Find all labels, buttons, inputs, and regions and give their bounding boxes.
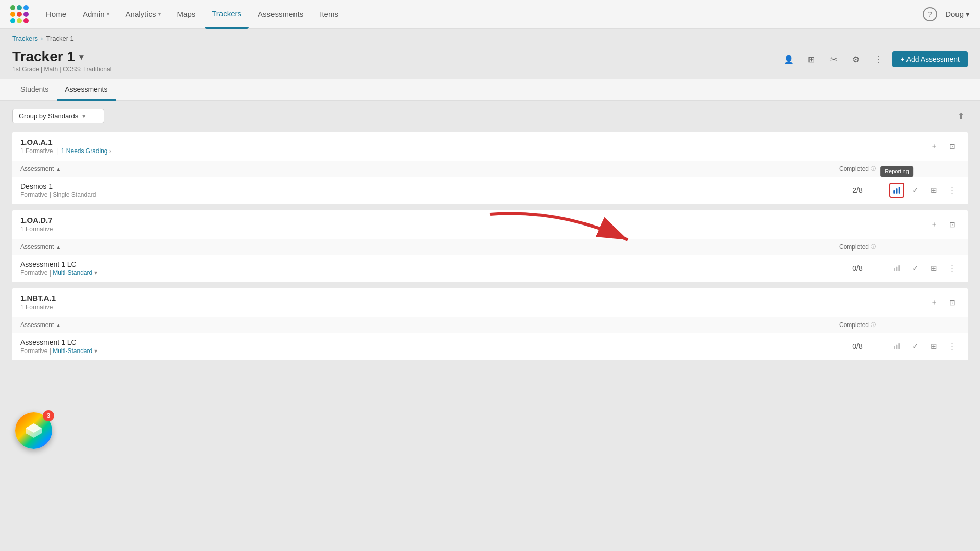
assessment-row: Assessment 1 LC Formative | Multi-Standa… — [12, 255, 968, 282]
table-header: Assessment ▲ Completed ⓘ — [12, 317, 968, 333]
standard-count: 1 Formative | 1 Needs Grading › — [20, 147, 111, 155]
checkmark-button[interactable]: ✓ — [908, 183, 923, 198]
scissors-icon-button[interactable]: ✂ — [825, 51, 842, 68]
col-header-completed: Completed ⓘ — [827, 165, 888, 172]
col-header-assessment: Assessment ▲ — [20, 243, 827, 251]
assessment-meta: Formative | Multi-Standard ▾ — [20, 347, 97, 355]
svg-rect-5 — [898, 265, 900, 271]
table-header: Assessment ▲ Completed ⓘ — [12, 239, 968, 255]
user-menu[interactable]: Doug ▾ — [945, 10, 970, 19]
nav-item-assessments[interactable]: Assessments — [251, 0, 310, 29]
assessment-meta: Formative | Single Standard — [20, 191, 96, 198]
breadcrumb-current: Tracker 1 — [46, 35, 74, 42]
nav-item-maps[interactable]: Maps — [170, 0, 203, 29]
nav-item-home[interactable]: Home — [39, 0, 74, 29]
standard-report-button[interactable]: ⊡ — [945, 295, 960, 310]
svg-rect-3 — [894, 268, 895, 271]
sort-icon: ▲ — [56, 166, 61, 172]
checkmark-button[interactable]: ✓ — [908, 339, 923, 354]
breadcrumb: Trackers › Tracker 1 — [0, 29, 980, 44]
reporting-tooltip: Reporting — [880, 166, 913, 177]
grid-button[interactable]: ⊞ — [926, 183, 941, 198]
standard-report-button[interactable]: ⊡ — [945, 217, 960, 232]
row-actions: Reporting ✓ ⊞ ⋮ — [888, 183, 960, 198]
grid-button[interactable]: ⊞ — [926, 339, 941, 354]
logo-dot — [23, 12, 29, 17]
row-actions: ✓ ⊞ ⋮ — [888, 261, 960, 276]
tab-students[interactable]: Students — [12, 79, 57, 101]
add-to-standard-button[interactable]: ＋ — [927, 139, 941, 154]
nav-item-trackers[interactable]: Trackers — [205, 0, 249, 29]
page-title-area: Tracker 1 ▾ 1st Grade | Math | CCSS: Tra… — [12, 48, 111, 73]
breadcrumb-parent[interactable]: Trackers — [12, 35, 38, 42]
reporting-button[interactable] — [889, 261, 904, 276]
standard-section-1nbta1: 1.NBT.A.1 1 Formative ＋ ⊡ Assessment ▲ C… — [12, 288, 968, 360]
more-options-row-button[interactable]: ⋮ — [944, 261, 960, 276]
person-icon-button[interactable]: 👤 — [780, 51, 797, 68]
standard-info: 1.NBT.A.1 1 Formative — [20, 294, 56, 311]
standard-header-actions: ＋ ⊡ — [927, 139, 960, 154]
header-actions: 👤 ⊞ ✂ ⚙ ⋮ + Add Assessment — [780, 51, 968, 68]
assessment-table-1oad7: Assessment ▲ Completed ⓘ Assessment 1 LC… — [12, 239, 968, 282]
sort-icon: ▲ — [56, 244, 61, 250]
page-subtitle: 1st Grade | Math | CCSS: Traditional — [12, 66, 111, 73]
chevron-down-icon: ▾ — [158, 11, 161, 17]
standard-report-button[interactable]: ⊡ — [945, 139, 960, 154]
multi-standard-link[interactable]: Multi-Standard — [53, 269, 92, 277]
add-to-standard-button[interactable]: ＋ — [927, 217, 941, 232]
page-title[interactable]: Tracker 1 ▾ — [12, 48, 111, 65]
standard-info: 1.OA.A.1 1 Formative | 1 Needs Grading › — [20, 138, 111, 155]
more-options-row-button[interactable]: ⋮ — [944, 183, 960, 198]
reporting-button[interactable] — [889, 183, 904, 198]
nav-item-items[interactable]: Items — [312, 0, 346, 29]
completed-value: 0/8 — [827, 342, 888, 350]
settings-icon-button[interactable]: ⚙ — [847, 51, 865, 68]
nav-right: ? Doug ▾ — [923, 7, 970, 21]
filter-bar: Group by Standards ▾ ⬆ — [12, 109, 968, 123]
table-header: Assessment ▲ Completed ⓘ — [12, 161, 968, 177]
logo-dot — [17, 12, 22, 17]
page-title-chevron-icon: ▾ — [79, 52, 83, 62]
logo-dot — [23, 18, 29, 23]
checkmark-button[interactable]: ✓ — [908, 261, 923, 276]
assessment-name: Assessment 1 LC — [20, 338, 97, 346]
logo-dot — [10, 12, 15, 17]
user-chevron-icon: ▾ — [966, 10, 970, 19]
assessment-name: Assessment 1 LC — [20, 260, 97, 268]
standard-section-1oaa1: 1.OA.A.1 1 Formative | 1 Needs Grading ›… — [12, 132, 968, 204]
nav-item-analytics[interactable]: Analytics ▾ — [118, 0, 168, 29]
more-options-button[interactable]: ⋮ — [870, 51, 887, 68]
svg-rect-8 — [898, 343, 900, 349]
standard-count: 1 Formative — [20, 226, 53, 233]
export-button[interactable]: ⬆ — [953, 109, 968, 123]
group-by-dropdown[interactable]: Group by Standards ▾ — [12, 109, 104, 123]
completed-value: 2/8 — [827, 186, 888, 194]
add-to-standard-button[interactable]: ＋ — [927, 295, 941, 310]
standard-header-1nbta1: 1.NBT.A.1 1 Formative ＋ ⊡ — [12, 288, 968, 317]
multi-standard-link[interactable]: Multi-Standard — [53, 347, 92, 355]
grid-button[interactable]: ⊞ — [926, 261, 941, 276]
assessment-table-1nbta1: Assessment ▲ Completed ⓘ Assessment 1 LC… — [12, 317, 968, 360]
reporting-btn-container: Reporting — [889, 183, 904, 198]
standard-header-actions: ＋ ⊡ — [927, 217, 960, 232]
help-button[interactable]: ? — [923, 7, 937, 21]
assessment-info: Desmos 1 Formative | Single Standard — [20, 182, 827, 198]
assessment-meta: Formative | Multi-Standard ▾ — [20, 269, 97, 277]
tab-assessments[interactable]: Assessments — [57, 79, 115, 101]
standard-id: 1.OA.D.7 — [20, 216, 53, 224]
bar-chart-icon — [893, 264, 901, 272]
logo-dot — [23, 5, 29, 10]
assessment-row: Assessment 1 LC Formative | Multi-Standa… — [12, 333, 968, 360]
standard-id: 1.OA.A.1 — [20, 138, 111, 146]
info-icon: ⓘ — [871, 165, 876, 172]
nav-item-admin[interactable]: Admin ▾ — [76, 0, 116, 29]
breadcrumb-separator: › — [41, 35, 43, 42]
more-options-row-button[interactable]: ⋮ — [944, 339, 960, 354]
content-area: Group by Standards ▾ ⬆ 1.OA.A.1 1 Format… — [0, 101, 980, 374]
standard-header-1oaa1: 1.OA.A.1 1 Formative | 1 Needs Grading ›… — [12, 132, 968, 161]
add-assessment-button[interactable]: + Add Assessment — [892, 51, 968, 67]
reporting-button[interactable] — [889, 339, 904, 354]
page-header: Tracker 1 ▾ 1st Grade | Math | CCSS: Tra… — [0, 44, 980, 79]
needs-grading-link[interactable]: 1 Needs Grading — [61, 147, 108, 155]
columns-icon-button[interactable]: ⊞ — [802, 51, 820, 68]
